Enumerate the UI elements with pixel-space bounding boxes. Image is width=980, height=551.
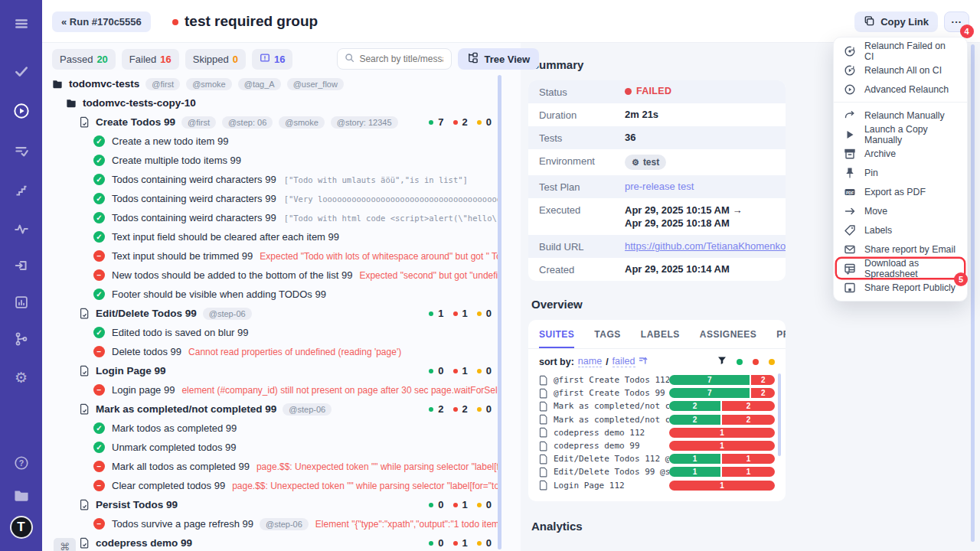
overview-suite-row[interactable]: @first Create Todos 99 @step…72 xyxy=(539,386,775,399)
overview-suite-row[interactable]: codepress demo 1121 xyxy=(539,426,775,439)
test-row[interactable]: −Mark all todos as completed 99page.$$: … xyxy=(52,457,501,476)
environment-chip[interactable]: ⚙test xyxy=(625,155,666,170)
overview-suite-row[interactable]: @first Create Todos 112 @ste…72 xyxy=(539,373,775,386)
buildurl-link[interactable]: https://github.com/TetianaKhomenko/Load-… xyxy=(625,240,786,252)
test-row[interactable]: ✓Todos containing weird characters 99["T… xyxy=(52,208,501,227)
overview-suite-row[interactable]: Mark as completed/not comple…22 xyxy=(539,413,775,426)
help-icon[interactable]: ? xyxy=(0,448,42,478)
tab-priority[interactable]: PRIORITY xyxy=(776,329,786,348)
gear-icon[interactable]: ⚙ xyxy=(0,363,42,392)
tree-view-button[interactable]: Tree View xyxy=(458,48,539,70)
sort-direction-icon[interactable] xyxy=(639,356,648,367)
test-row[interactable]: −Clear completed todos 99page.$$: Unexpe… xyxy=(52,476,501,495)
filter-comments[interactable]: 16 xyxy=(252,49,292,70)
suite-row[interactable]: Persist Todos 99010 xyxy=(52,495,501,514)
test-row[interactable]: ✓Unmark completed todos 99 xyxy=(52,438,501,457)
page-scrollbar[interactable] xyxy=(971,44,975,542)
tab-tags[interactable]: TAGS xyxy=(594,329,620,348)
tag-pill[interactable]: @first xyxy=(181,116,216,129)
tag-pill[interactable]: @step-06 xyxy=(203,308,252,320)
activity-icon[interactable] xyxy=(0,214,42,243)
test-row[interactable]: −New todos should be added to the bottom… xyxy=(52,266,501,285)
logo[interactable]: T xyxy=(0,513,42,542)
search-input[interactable] xyxy=(359,54,443,64)
menu-item-export-as-pdf[interactable]: PDFExport as PDF xyxy=(837,182,964,201)
tab-assignees[interactable]: ASSIGNEES xyxy=(700,329,757,348)
steps-icon[interactable] xyxy=(0,176,42,205)
menu-icon[interactable] xyxy=(0,9,42,38)
report-icon[interactable] xyxy=(0,288,42,317)
suite-row[interactable]: Login Page 99010 xyxy=(52,361,501,380)
projects-icon[interactable] xyxy=(0,481,42,510)
copy-link-button[interactable]: Copy Link xyxy=(854,11,938,32)
import-icon[interactable] xyxy=(0,251,42,280)
filter-failed[interactable]: Failed16 xyxy=(122,49,179,70)
testplan-link[interactable]: pre-release test xyxy=(625,181,694,192)
menu-item-download-as-spreadsheet[interactable]: Download as Spreadsheet5 xyxy=(837,259,964,278)
menu-item-move[interactable]: Move xyxy=(837,201,964,220)
test-row[interactable]: ✓Create multiple todo items 99 xyxy=(52,151,501,170)
sort-by-name-link[interactable]: name xyxy=(578,356,602,367)
back-run-button[interactable]: « Run #170c5556 xyxy=(52,11,151,32)
test-row[interactable]: ✓Todos containing weird characters 99["V… xyxy=(52,189,501,208)
failed-dot-icon[interactable] xyxy=(753,359,759,365)
suite-row[interactable]: codepress demo 99010 xyxy=(52,533,501,551)
test-row[interactable]: ✓Todos containing weird characters 99["T… xyxy=(52,170,501,189)
folder-row[interactable]: todomvc-tests@first@smoke@tag_A@user_flo… xyxy=(52,74,501,93)
menu-item-archive[interactable]: Archive xyxy=(837,144,964,163)
filter-passed[interactable]: Passed20 xyxy=(52,49,116,70)
overview-suite-row[interactable]: Edit/Delete Todos 99 @step-0611 xyxy=(539,465,775,478)
checklist-icon[interactable] xyxy=(0,136,42,165)
test-row[interactable]: ✓Edited todo is saved on blur 99 xyxy=(52,323,501,342)
suite-row[interactable]: Create Todos 99@first@step: 06@smoke@sto… xyxy=(52,112,501,132)
tag-pill[interactable]: @story: 12345 xyxy=(331,116,398,129)
test-row[interactable]: ✓Mark todos as completed 99 xyxy=(52,419,501,438)
tag-pill[interactable]: @first xyxy=(145,78,180,90)
menu-item-share-report-by-email[interactable]: Share report by Email xyxy=(837,240,964,259)
overview-suite-row[interactable]: Login Page 1121 xyxy=(539,479,775,492)
filter-skipped[interactable]: Skipped0 xyxy=(185,49,246,70)
tag-pill[interactable]: @step: 06 xyxy=(222,116,273,129)
more-actions-button[interactable]: ... 4 xyxy=(944,11,969,32)
suite-row[interactable]: Edit/Delete Todos 99@step-06110 xyxy=(52,304,501,323)
test-row[interactable]: −Login page 99element (#company_id) stil… xyxy=(52,380,501,399)
test-row[interactable]: −Delete todos 99Cannot read properties o… xyxy=(52,342,501,361)
tree-scrollbar[interactable] xyxy=(498,75,501,549)
tag-pill[interactable]: @step-06 xyxy=(283,403,332,416)
menu-item-launch-a-copy-manually[interactable]: Launch a Copy Manually xyxy=(837,125,964,144)
branch-icon[interactable] xyxy=(0,324,42,354)
summary-row-testplan: Test Plan pre-release test xyxy=(528,175,786,198)
tag-pill[interactable]: @smoke xyxy=(186,78,232,90)
overview-suite-row[interactable]: Edit/Delete Todos 112 @step-…11 xyxy=(539,452,775,465)
menu-item-relaunch-failed-on-ci[interactable]: Relaunch Failed on CI xyxy=(837,41,964,60)
overview-scrollbar[interactable] xyxy=(778,373,781,456)
suite-row[interactable]: Mark as completed/not completed 99@step-… xyxy=(52,399,501,419)
tag-pill[interactable]: @tag_A xyxy=(238,78,281,90)
passed-dot-icon[interactable] xyxy=(737,359,743,365)
menu-item-advanced-relaunch[interactable]: Advanced Relaunch xyxy=(837,80,964,99)
menu-item-pin[interactable]: Pin xyxy=(837,163,964,182)
filter-funnel-icon[interactable] xyxy=(717,356,727,367)
menu-item-labels[interactable]: Labels xyxy=(837,220,964,240)
test-row[interactable]: ✓Create a new todo item 99 xyxy=(52,132,501,151)
tab-labels[interactable]: LABELS xyxy=(641,329,680,348)
tab-suites[interactable]: SUITES xyxy=(539,329,574,348)
tag-pill[interactable]: @user_flow xyxy=(287,78,344,90)
test-row[interactable]: ✓Footer should be visible when adding TO… xyxy=(52,285,501,304)
play-circle-icon[interactable] xyxy=(0,96,42,126)
keyboard-shortcut-button[interactable]: ⌘ xyxy=(54,538,76,551)
overview-suite-row[interactable]: Mark as completed/not comple…22 xyxy=(539,399,775,412)
menu-item-relaunch-manually[interactable]: Relaunch Manually xyxy=(837,106,964,125)
check-icon[interactable] xyxy=(0,57,42,86)
skipped-dot-icon[interactable] xyxy=(769,359,775,365)
test-row[interactable]: −Todos survive a page refresh 99@step-06… xyxy=(52,514,501,533)
tag-pill[interactable]: @smoke xyxy=(279,116,325,129)
sort-by-failed-link[interactable]: failed xyxy=(612,356,635,367)
menu-item-share-report-publicly[interactable]: Share Report Publicly xyxy=(837,278,964,297)
tag-pill[interactable]: @step-06 xyxy=(260,518,309,530)
menu-item-relaunch-all-on-ci[interactable]: Relaunch All on CI xyxy=(837,60,964,80)
overview-suite-row[interactable]: codepress demo 991 xyxy=(539,439,775,452)
folder-row[interactable]: todomvc-tests-copy-10 xyxy=(52,93,501,112)
test-row[interactable]: ✓Text input field should be cleared afte… xyxy=(52,227,501,246)
test-row[interactable]: −Text input should be trimmed 99Expected… xyxy=(52,246,501,266)
